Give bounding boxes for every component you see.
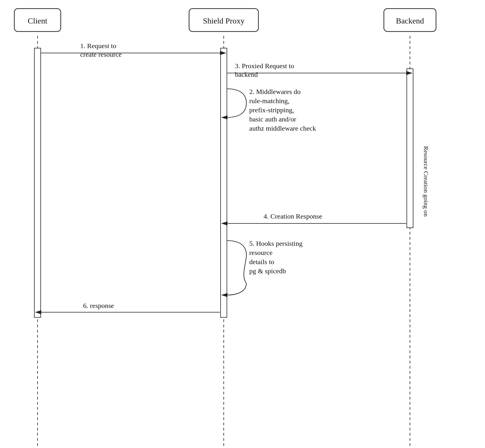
msg5-label-2: resource <box>249 249 272 256</box>
client-label: Client <box>28 16 48 25</box>
msg2-label-1: 2. Middlewares do <box>249 88 301 95</box>
msg2-loop-line <box>227 89 246 117</box>
backend-label: Backend <box>396 16 424 25</box>
msg1-label-1: 1. Request to <box>80 42 116 50</box>
backend-activation <box>407 69 413 228</box>
msg2-label-3: prefix-stripping, <box>249 106 294 114</box>
shield-activation <box>221 48 227 317</box>
msg2-label-4: basic auth and/or <box>249 115 296 123</box>
shield-label: Shield Proxy <box>203 16 244 25</box>
msg2-label-5: authz middleware check <box>249 125 316 132</box>
msg2-label-2: rule-matching, <box>249 97 290 105</box>
msg5-label-1: 5. Hooks persisting <box>249 240 303 247</box>
msg5-loop-line <box>227 241 246 295</box>
client-activation <box>34 48 41 317</box>
msg5-label-3: details to <box>249 258 274 266</box>
msg3-label-1: 3. Proxied Request to <box>235 62 294 70</box>
msg3-label-2: backend <box>235 71 258 78</box>
msg5-label-4: pg & spicedb <box>249 267 286 275</box>
msg1-label-2: create resource <box>80 51 122 58</box>
side-label: Resource Creation going on <box>423 146 430 217</box>
msg6-label: 6. response <box>83 302 114 309</box>
msg4-label: 4. Creation Response <box>264 213 322 220</box>
sequence-diagram: Client Shield Proxy Backend 1. Request t… <box>0 0 485 448</box>
